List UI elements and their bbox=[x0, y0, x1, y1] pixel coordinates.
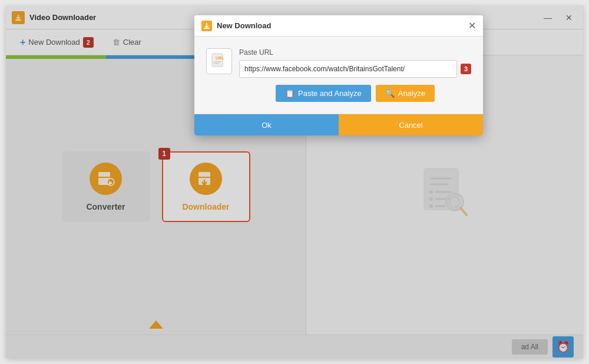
dialog-body: URL Paste URL 3 📋 bbox=[194, 37, 483, 114]
analyze-button[interactable]: 🔍 Analyze bbox=[376, 85, 435, 102]
ok-button[interactable]: Ok bbox=[194, 114, 339, 135]
paste-url-label: Paste URL bbox=[239, 48, 273, 57]
analyze-label: Analyze bbox=[398, 89, 425, 98]
step3-badge: 3 bbox=[461, 64, 471, 74]
url-label-row: Paste URL bbox=[239, 48, 471, 57]
search-icon: 🔍 bbox=[385, 89, 395, 98]
paste-analyze-label: Paste and Analyze bbox=[298, 89, 362, 98]
new-download-dialog: New Download ✕ URL Paste URL bbox=[194, 15, 483, 135]
url-form: Paste URL 3 📋 Paste and Analyze 🔍 bbox=[239, 48, 471, 102]
dialog-logo bbox=[201, 21, 212, 31]
dialog-footer: Ok Cancel bbox=[194, 114, 483, 135]
svg-text:URL: URL bbox=[216, 56, 224, 60]
paste-and-analyze-button[interactable]: 📋 Paste and Analyze bbox=[276, 85, 371, 102]
cancel-button[interactable]: Cancel bbox=[339, 114, 483, 135]
dialog-titlebar: New Download ✕ bbox=[194, 15, 483, 37]
dialog-close-button[interactable]: ✕ bbox=[468, 20, 476, 31]
paste-icon: 📋 bbox=[285, 89, 294, 98]
url-buttons: 📋 Paste and Analyze 🔍 Analyze bbox=[239, 85, 471, 102]
svg-rect-20 bbox=[204, 28, 210, 29]
app-window: Video Downloader — ✕ + New Download 2 🗑 … bbox=[6, 6, 583, 358]
url-input[interactable] bbox=[239, 60, 457, 78]
paste-url-section: URL Paste URL 3 📋 bbox=[206, 48, 471, 102]
dialog-title: New Download bbox=[217, 21, 468, 30]
url-doc-icon: URL bbox=[206, 48, 232, 74]
